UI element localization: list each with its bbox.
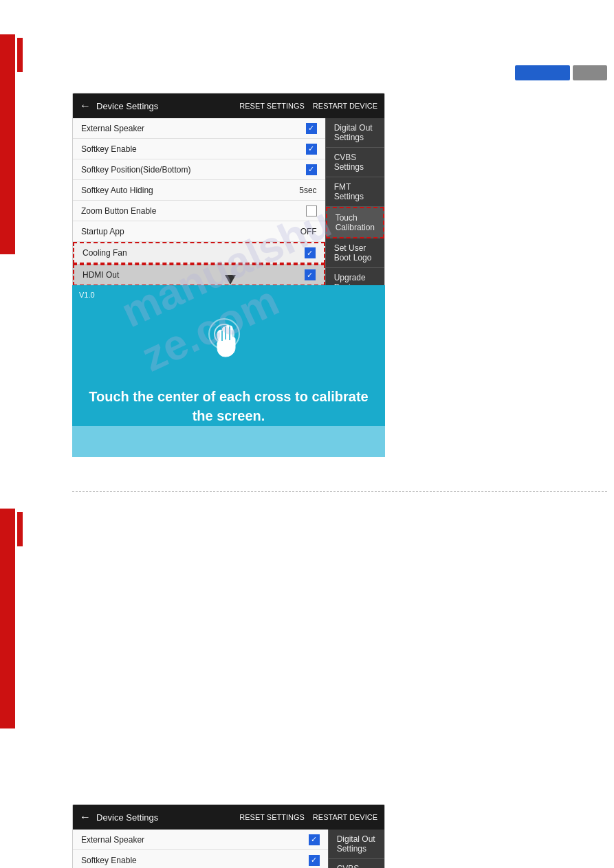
label-softkey-enable-2: Softkey Enable [81, 856, 137, 865]
left-sidebar-2 [0, 509, 15, 728]
row-startup-app-1[interactable]: Startup App OFF [73, 221, 325, 242]
menu-cvbs-2[interactable]: CVBS Settings [329, 859, 384, 868]
checkbox-external-speaker-2[interactable]: ✓ [309, 834, 320, 845]
row-hdmi-out-1[interactable]: HDMI Out ✓ [73, 264, 325, 286]
back-button-2[interactable]: ← [80, 811, 91, 823]
screenshot-top: ← Device Settings RESET SETTINGS RESTART… [72, 93, 385, 299]
device-settings-header-2: ← Device Settings RESET SETTINGS RESTART… [73, 805, 384, 830]
menu-digital-out-1[interactable]: Digital Out Settings [326, 118, 384, 148]
settings-list-1: External Speaker ✓ Softkey Enable ✓ Soft… [73, 118, 325, 298]
checkbox-softkey-position-1[interactable]: ✓ [306, 164, 317, 175]
label-softkey-hiding-1: Softkey Auto Hiding [81, 186, 153, 195]
settings-body-1: External Speaker ✓ Softkey Enable ✓ Soft… [73, 118, 384, 298]
restart-device-btn-2[interactable]: RESTART DEVICE [313, 813, 377, 821]
row-external-speaker-1[interactable]: External Speaker ✓ [73, 118, 325, 139]
menu-set-user-boot-1[interactable]: Set User Boot Logo [326, 238, 384, 268]
label-hdmi-out-1: HDMI Out [83, 270, 119, 280]
menu-touch-calibration-1[interactable]: Touch Calibration [326, 207, 384, 238]
red-tab-2 [17, 512, 23, 546]
calibration-light-bar [72, 426, 385, 457]
reset-settings-btn-1[interactable]: RESET SETTINGS [239, 102, 305, 110]
menu-list-2: Digital Out Settings CVBS Settings FMT S… [328, 830, 384, 868]
label-softkey-position-1: Softkey Position(Side/Bottom) [81, 165, 190, 175]
checkbox-softkey-enable-1[interactable]: ✓ [306, 144, 317, 155]
menu-cvbs-1[interactable]: CVBS Settings [326, 148, 384, 177]
label-startup-app-1: Startup App [81, 227, 124, 236]
row-external-speaker-2[interactable]: External Speaker ✓ [73, 830, 328, 850]
calibration-text: Touch the center of each cross to calibr… [72, 387, 385, 425]
checkbox-zoom-button-1[interactable] [306, 205, 317, 216]
label-external-speaker-2: External Speaker [81, 835, 144, 845]
menu-digital-out-2[interactable]: Digital Out Settings [329, 830, 384, 859]
touch-icon [205, 317, 253, 380]
header-title-1: Device Settings [96, 101, 239, 111]
arrow-down [225, 275, 236, 285]
label-zoom-button-1: Zoom Button Enable [81, 206, 156, 216]
row-softkey-enable-1[interactable]: Softkey Enable ✓ [73, 139, 325, 159]
menu-fmt-1[interactable]: FMT Settings [326, 177, 384, 207]
top-buttons [515, 65, 607, 80]
value-startup-app-1: OFF [300, 227, 317, 236]
settings-body-2: External Speaker ✓ Softkey Enable ✓ Soft… [73, 830, 384, 868]
calibration-screen: V1.0 Touch the center of each cross to c… [72, 285, 385, 457]
checkbox-external-speaker-1[interactable]: ✓ [306, 123, 317, 134]
reset-settings-btn-2[interactable]: RESET SETTINGS [239, 813, 305, 821]
value-softkey-hiding-1: 5sec [299, 186, 316, 195]
top-btn-gray[interactable] [573, 65, 607, 80]
top-btn-blue[interactable] [515, 65, 570, 80]
label-cooling-fan-1: Cooling Fan [83, 248, 127, 258]
row-softkey-hiding-1[interactable]: Softkey Auto Hiding 5sec [73, 180, 325, 201]
version-label: V1.0 [79, 291, 95, 299]
checkbox-hdmi-out-1[interactable]: ✓ [305, 269, 316, 280]
checkbox-cooling-fan-1[interactable]: ✓ [305, 247, 316, 258]
back-button-1[interactable]: ← [80, 100, 91, 112]
left-sidebar-1 [0, 34, 15, 254]
screenshot-bottom: ← Device Settings RESET SETTINGS RESTART… [72, 804, 385, 868]
restart-device-btn-1[interactable]: RESTART DEVICE [313, 102, 377, 110]
checkbox-softkey-enable-2[interactable]: ✓ [309, 855, 320, 866]
header-actions-2: RESET SETTINGS RESTART DEVICE [239, 813, 377, 821]
menu-list-1: Digital Out Settings CVBS Settings FMT S… [325, 118, 384, 298]
label-external-speaker-1: External Speaker [81, 124, 144, 133]
header-actions-1: RESET SETTINGS RESTART DEVICE [239, 102, 377, 110]
section-divider [72, 491, 607, 492]
row-softkey-position-1[interactable]: Softkey Position(Side/Bottom) ✓ [73, 159, 325, 180]
calibration-container: V1.0 Touch the center of each cross to c… [72, 285, 385, 457]
row-cooling-fan-1[interactable]: Cooling Fan ✓ [73, 242, 325, 264]
label-softkey-enable-1: Softkey Enable [81, 144, 137, 154]
header-title-2: Device Settings [96, 812, 239, 823]
red-tab-1 [17, 38, 23, 72]
row-zoom-button-1[interactable]: Zoom Button Enable [73, 201, 325, 221]
settings-list-2: External Speaker ✓ Softkey Enable ✓ Soft… [73, 830, 328, 868]
row-softkey-enable-2[interactable]: Softkey Enable ✓ [73, 850, 328, 868]
device-settings-header-1: ← Device Settings RESET SETTINGS RESTART… [73, 93, 384, 118]
